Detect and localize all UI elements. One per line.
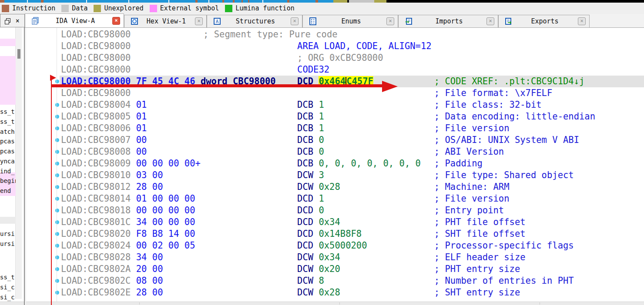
listing-row[interactable]: LOAD:CBC9801C34 00 00 00DCD 0x34; PHT fi… (26, 216, 644, 228)
byte-values: 28 00 (136, 181, 163, 193)
annotation-arrow-head (382, 81, 398, 92)
segment-comment: ; Segment type: Pure code (203, 29, 338, 40)
code-dot-icon (55, 162, 59, 166)
listing-row[interactable]: LOAD:CBC9802400 02 00 05DCD 0x5000200; P… (26, 240, 644, 252)
legend-label: Unexplored (104, 4, 143, 12)
function-list-item[interactable]: ss_t (0, 272, 16, 282)
function-list-item[interactable]: pcas (0, 146, 16, 156)
close-panel-icon[interactable]: × (14, 17, 21, 24)
address: LOAD:CBC98009 (61, 158, 131, 169)
tab-close-icon[interactable]: × (386, 17, 394, 25)
listing-row[interactable]: LOAD:CBC9802C08 00DCW 8; Number of entri… (26, 275, 644, 287)
tab-exports[interactable]: Exports× (498, 15, 590, 27)
listing-row[interactable]: LOAD:CBC9801800 00 00 00DCD 0; Entry poi… (26, 205, 644, 216)
restore-window-icon[interactable] (4, 17, 11, 24)
function-list-item[interactable]: atch (0, 127, 16, 137)
listing-row[interactable]: LOAD:CBC98000; File format: \x7FELF (26, 87, 644, 99)
tab-close-icon[interactable]: × (195, 17, 203, 25)
sidebar-color-band (0, 56, 16, 105)
listing-row[interactable]: LOAD:CBC9800501DCB 1; Data encoding: lit… (26, 111, 644, 123)
comment: ; SHT entry size (434, 287, 520, 298)
listing-row[interactable]: LOAD:CBC9802A20 00DCW 0x20; PHT entry si… (26, 263, 644, 275)
code-dot-icon (55, 244, 59, 248)
enums-icon (309, 17, 317, 25)
function-list-item[interactable]: ursi (0, 229, 16, 239)
code-dot-icon (55, 173, 59, 177)
directive: DCB (297, 135, 313, 145)
listing-row[interactable]: LOAD:CBC9802E28 00DCW 0x28; SHT entry si… (26, 287, 644, 298)
address: LOAD:CBC98000 (61, 52, 131, 64)
byte-values: 00 (136, 134, 147, 146)
operand: 0x28 (319, 287, 340, 298)
structures-icon: A (213, 17, 221, 25)
function-list-item[interactable]: si_c (0, 282, 16, 292)
comment: ; File type: Shared object (434, 169, 574, 181)
function-list-item[interactable]: ursi (0, 239, 16, 249)
byte-values: F8 B8 14 00 (136, 228, 195, 240)
listing-row[interactable]: LOAD:CBC98000; ORG 0xCBC98000 (26, 52, 644, 64)
tab-structures[interactable]: AStructures× (207, 15, 302, 27)
function-list-item[interactable]: ss_t (0, 117, 16, 127)
listing-hscrollbar[interactable] (26, 302, 644, 305)
address: LOAD:CBC98000 (61, 87, 131, 99)
comment: ; Number of entries in PHT (434, 275, 574, 287)
function-list-item[interactable]: si_c (0, 292, 16, 302)
assembler-line: AREA LOAD, CODE, ALIGN=12 (297, 40, 432, 52)
comment: ; Entry point (434, 205, 504, 216)
listing-row[interactable]: LOAD:CBC98000AREA LOAD, CODE, ALIGN=12 (26, 40, 644, 52)
address: LOAD:CBC98008 (61, 146, 131, 158)
tab-imports[interactable]: Imports× (398, 15, 498, 27)
function-list-item[interactable]: begin (0, 176, 16, 186)
address: LOAD:CBC98018 (61, 205, 131, 216)
listing-row[interactable]: LOAD:CBC98000CODE32 (26, 64, 644, 76)
listing-row[interactable]: LOAD:CBC9800900 00 00 00+DCB 0, 0, 0, 0,… (26, 158, 644, 169)
listing-row[interactable]: LOAD:CBC9802834 00DCW 0x34; ELF header s… (26, 252, 644, 263)
legend-item: Lumina function (225, 4, 294, 12)
sidebar-scrollbar-thumb[interactable] (17, 49, 20, 59)
listing-row[interactable]: LOAD:CBC9801401 00 00 00DCD 1; File vers… (26, 193, 644, 205)
address: LOAD:CBC98004 (61, 99, 131, 111)
listing-row[interactable]: LOAD:CBC9800800DCB 0; ABI Version (26, 146, 644, 158)
tab-close-icon[interactable]: × (486, 17, 494, 25)
listing-row[interactable]: LOAD:CBC98000; Segment type: Pure code (26, 29, 644, 40)
tab-close-icon[interactable]: × (291, 17, 299, 25)
sidebar-scrollbar[interactable] (15, 27, 22, 299)
function-list-item[interactable]: ind_ (0, 166, 16, 176)
operand: 0x14B8F8 (319, 229, 362, 239)
listing-row[interactable]: LOAD:CBC9800601DCB 1; File version (26, 123, 644, 134)
tab-close-icon[interactable]: × (578, 17, 586, 25)
function-list-item[interactable]: end (0, 186, 16, 196)
code-dot-icon (55, 126, 59, 130)
directive-group: DCW 0x28 (297, 181, 340, 193)
byte-values: 01 00 00 00 (136, 193, 195, 205)
operand: 0 (319, 205, 324, 215)
tab-label: Enums (321, 17, 381, 25)
byte-values: 34 00 (136, 252, 163, 263)
code-dot-icon (55, 291, 59, 295)
tab-enums[interactable]: Enums× (302, 15, 398, 27)
assembler-line: ; ORG 0xCBC98000 (297, 52, 383, 64)
operand: 1 (319, 193, 324, 204)
directive-group: DCB 1 (297, 123, 324, 134)
directive-group: DCW 0x34 (297, 252, 340, 263)
function-list-item[interactable]: ynca (0, 156, 16, 166)
tab-close-icon[interactable]: × (112, 17, 120, 25)
directive-group: DCD 0 (297, 205, 324, 216)
directive: DCW (297, 170, 313, 180)
listing-row[interactable]: LOAD:CBC9800401DCB 1; File class: 32-bit (26, 99, 644, 111)
annotation-arrow-shaft (51, 84, 382, 87)
sidebar-color-band (0, 217, 16, 224)
directive: DCD (297, 205, 313, 215)
listing-row[interactable]: LOAD:CBC98020F8 B8 14 00DCD 0x14B8F8; SH… (26, 228, 644, 240)
function-list-item[interactable]: ss_t (0, 107, 16, 117)
listing-row[interactable]: LOAD:CBC9801003 00DCW 3; File type: Shar… (26, 169, 644, 181)
function-list-item[interactable]: pcas (0, 136, 16, 146)
operand: 1 (319, 111, 324, 122)
listing-row[interactable]: LOAD:CBC9800700DCB 0; OS/ABI: UNIX Syste… (26, 134, 644, 146)
tab-hex-view-1[interactable]: Hex View-1× (124, 15, 207, 27)
comment: ; Machine: ARM (434, 181, 510, 193)
listing-row[interactable]: LOAD:CBC9801228 00DCW 0x28; Machine: ARM (26, 181, 644, 193)
operand: 8 (319, 275, 324, 286)
legend-color-swatch (150, 5, 157, 12)
tab-ida-view-a[interactable]: IDA View-A× (25, 13, 124, 27)
